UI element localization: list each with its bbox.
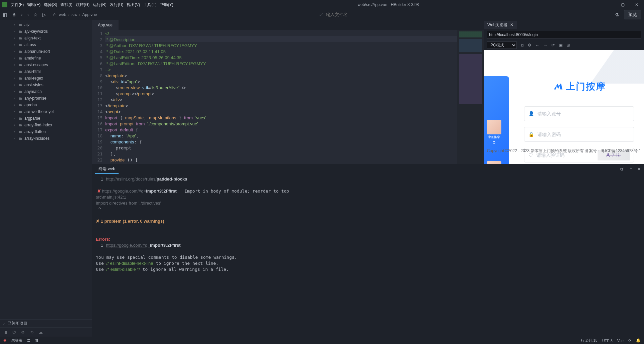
crumb-web[interactable]: web (59, 12, 66, 17)
tree-folder[interactable]: ›🖿any-promise (0, 95, 92, 102)
tree-folder[interactable]: ›🖿are-we-there-yet (0, 108, 92, 115)
save-icon[interactable]: 🗎 (12, 12, 16, 17)
menu-publish[interactable]: 发行(U) (110, 2, 124, 8)
tree-folder[interactable]: ›🖿ansi-escapes (0, 62, 92, 68)
url-input[interactable] (487, 31, 641, 39)
list-icon[interactable]: ≣ (27, 338, 30, 343)
menu-help[interactable]: 帮助(Y) (160, 2, 173, 8)
tree-folder[interactable]: ›🖿ali-oss (0, 41, 92, 48)
encoding[interactable]: UTF-8 (602, 339, 613, 343)
back-icon[interactable]: ‹ (21, 12, 23, 17)
language-mode[interactable]: Vue (617, 339, 624, 343)
account-input[interactable] (537, 111, 630, 116)
bell-icon[interactable]: 🔔 (636, 338, 641, 343)
tree-folder[interactable]: ›🖿array-find-index (0, 122, 92, 128)
file-search-icon: ⌕⁺ (319, 12, 324, 17)
tree-folder[interactable]: ›🖿alphanum-sort (0, 48, 92, 55)
preview-surface[interactable]: 中医推拿 ⚙ 艾灸 ⚙ 上门按摩 👤 (484, 50, 644, 164)
sync-icon[interactable]: ⟲ (30, 330, 33, 335)
sync-icon[interactable]: ⟳ (628, 338, 631, 343)
menu-find[interactable]: 查找(I) (60, 2, 72, 8)
tree-folder[interactable]: ›🖿align-text (0, 35, 92, 41)
filter-icon[interactable]: ⚗ (615, 12, 619, 17)
tree-folder[interactable]: ›🖿amdefine (0, 55, 92, 62)
terminal: 终端-web ⧉⁺ ⌃ ✕ 1http://eslint.org/docs/ru… (92, 164, 644, 337)
devtools-icon[interactable]: ⚙ (528, 43, 531, 47)
stop-icon[interactable]: ▣ (559, 43, 562, 47)
close-icon[interactable]: ✕ (510, 22, 513, 27)
menu-select[interactable]: 选择(S) (44, 2, 57, 8)
panel-icon[interactable]: ◨ (35, 338, 38, 343)
side-card-2[interactable] (487, 161, 501, 164)
maximize-button[interactable]: ▢ (617, 2, 628, 7)
layout-icon[interactable]: ◧ (3, 12, 7, 17)
sidebar: ›🖿ajv›🖿ajv-keywords›🖿align-text›🖿ali-oss… (0, 20, 92, 337)
tree-folder[interactable]: ›🖿ansi-styles (0, 82, 92, 88)
password-input[interactable] (537, 132, 630, 137)
tree-folder[interactable]: ›🖿ajv (0, 21, 92, 28)
browser-back-icon[interactable]: ← (535, 43, 539, 47)
cloud-icon[interactable]: ☁ (39, 330, 43, 335)
console-icon[interactable]: ◨ (3, 330, 7, 335)
terminal-tab[interactable]: 终端-web (95, 165, 119, 174)
line-col[interactable]: 行:2 列:18 (581, 338, 598, 343)
open-external-icon[interactable]: ⧉ (521, 43, 524, 47)
minimize-button[interactable]: — (603, 2, 614, 7)
crumb-file[interactable]: App.vue (82, 12, 97, 17)
browser-tab[interactable]: Web浏览器 ✕ (484, 21, 517, 29)
close-button[interactable]: ✕ (631, 2, 642, 7)
refresh-icon[interactable]: ⟳ (551, 43, 555, 47)
code[interactable]: <!-- * @Description: * @Author: DXV-RGWU… (105, 30, 457, 164)
star-icon[interactable]: ☆ (33, 12, 38, 17)
tab-app-vue[interactable]: App.vue (92, 20, 119, 30)
terminal-add-icon[interactable]: ⧉⁺ (620, 167, 625, 171)
forward-icon[interactable]: › (27, 12, 29, 17)
icp-link[interactable]: 粤ICP备12345678号-1 (601, 148, 641, 153)
tree-folder[interactable]: ›🖿array-flatten (0, 128, 92, 135)
minimap[interactable] (457, 30, 484, 164)
code-area[interactable]: 1 2 3 4 5 6 7 8 9 10 11 12 13 14 15 16 1… (92, 30, 484, 164)
terminal-close-icon[interactable]: ✕ (637, 167, 641, 171)
tree-folder[interactable]: ›🖿ansi-regex (0, 75, 92, 82)
main: ›🖿ajv›🖿ajv-keywords›🖿align-text›🖿ali-oss… (0, 20, 644, 337)
qrcode-icon[interactable]: ⊞ (567, 43, 570, 47)
lock-icon: 🔒 (528, 132, 534, 137)
app-logo (2, 2, 7, 7)
file-tree[interactable]: ›🖿ajv›🖿ajv-keywords›🖿align-text›🖿ali-oss… (0, 20, 92, 319)
terminal-collapse-icon[interactable]: ⌃ (629, 167, 633, 171)
device-mode-select[interactable]: PC模式 (487, 41, 517, 49)
run-icon[interactable]: ▷ (42, 12, 46, 17)
side-card-1[interactable] (487, 120, 501, 134)
toolbar: ◧ 🗎 ‹ › ☆ ▷ 🗀 web› src› App.vue ⌕⁺ ⚗ 预览 (0, 9, 644, 20)
gear-icon[interactable]: ⚙ (484, 140, 504, 145)
preview-button[interactable]: 预览 (624, 10, 641, 19)
menu-edit[interactable]: 编辑(E) (27, 2, 40, 8)
menu-tools[interactable]: 工具(T) (143, 2, 156, 8)
copyright: Copyright ©2022 - 2023 新零售上门预约系统 版权所有 备案… (484, 148, 644, 154)
user-icon[interactable]: ◉ (3, 338, 7, 343)
bug-icon[interactable]: ⌬ (12, 330, 16, 335)
tree-folder[interactable]: ›🖿argparse (0, 115, 92, 122)
gutter: 1 2 3 4 5 6 7 8 9 10 11 12 13 14 15 16 1… (92, 30, 105, 164)
terminal-body[interactable]: 1http://eslint.org/docs/rules/padded-blo… (92, 174, 644, 337)
password-field: 🔒 (524, 127, 634, 142)
tree-folder[interactable]: ›🖿ajv-keywords (0, 28, 92, 35)
tree-folder[interactable]: ›🖿ansi-html (0, 68, 92, 75)
menubar: 文件(F) 编辑(E) 选择(S) 查找(I) 跳转(G) 运行(R) 发行(U… (0, 0, 644, 9)
tree-folder[interactable]: ›🖿aproba (0, 102, 92, 108)
closed-projects[interactable]: › 已关闭项目 (0, 319, 92, 327)
gear-icon[interactable]: ⚙ (21, 330, 25, 335)
browser-tab-label: Web浏览器 (487, 22, 507, 28)
browser-forward-icon[interactable]: → (543, 43, 547, 47)
tree-folder[interactable]: ›🖿anymatch (0, 88, 92, 95)
crumb-src[interactable]: src (71, 12, 77, 17)
menu-goto[interactable]: 跳转(G) (76, 2, 90, 8)
login-status[interactable]: 未登录 (11, 338, 22, 343)
tree-folder[interactable]: ›🖿array-includes (0, 135, 92, 142)
brand-logo: 上门按摩 (524, 80, 634, 93)
menu-view[interactable]: 视图(V) (127, 2, 140, 8)
file-search-input[interactable] (326, 12, 393, 17)
closed-projects-label: 已关闭项目 (7, 321, 27, 326)
menu-run[interactable]: 运行(R) (93, 2, 107, 8)
menu-file[interactable]: 文件(F) (11, 2, 24, 8)
